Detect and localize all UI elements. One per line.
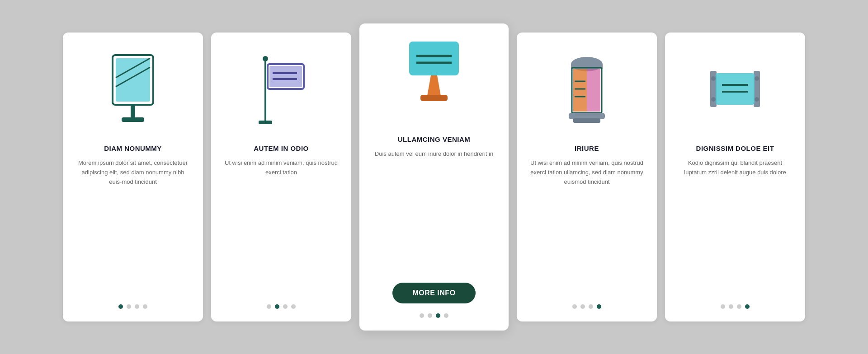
cards-container: DIAM NONUMMY Morem ipsum dolor sit amet,… [36, 23, 832, 331]
svg-rect-22 [587, 69, 600, 112]
dot [737, 304, 741, 309]
card-dignissim: DIGNISSIM DOLOE EIT Kodio dignissim qui … [665, 33, 805, 321]
card-5-icon-area [678, 46, 793, 136]
svg-point-35 [711, 97, 716, 102]
dot [127, 304, 131, 309]
dot [118, 304, 123, 309]
card-autem-in-odio: AUTEM IN ODIO Ut wisi enim ad minim veni… [211, 33, 351, 321]
card-5-desc: Kodio dignissim qui blandit praesent lup… [678, 158, 793, 294]
card-4-dots [572, 304, 601, 309]
svg-rect-13 [409, 42, 459, 75]
card-1-title: DIAM NONUMMY [104, 144, 162, 152]
svg-point-33 [711, 76, 716, 81]
dot [444, 313, 448, 318]
dot [291, 304, 296, 309]
svg-rect-30 [716, 73, 755, 105]
svg-point-34 [755, 76, 759, 81]
dot [589, 304, 593, 309]
dot [721, 304, 725, 309]
card-4-icon-area [529, 46, 644, 136]
dot [745, 304, 750, 309]
dot [436, 313, 440, 318]
dot [267, 304, 271, 309]
card-5-title: DIGNISSIM DOLOE EIT [696, 144, 774, 152]
card-ullamcing-veniam: ULLAMCING VENIAM Duis autem vel eum iriu… [359, 23, 509, 331]
flag-banner-icon [252, 51, 311, 132]
dot [572, 304, 577, 309]
svg-rect-17 [420, 95, 448, 101]
dot [283, 304, 288, 309]
svg-point-11 [263, 56, 268, 61]
card-3-desc: Duis autem vel eum iriure dolor in hendr… [375, 149, 493, 273]
svg-rect-4 [131, 105, 135, 118]
billboard-stand-icon [400, 37, 468, 127]
dot [275, 304, 279, 309]
card-1-dots [118, 304, 147, 309]
svg-rect-21 [573, 69, 587, 112]
svg-rect-1 [116, 58, 150, 102]
column-display-icon [557, 51, 616, 132]
card-3-dots [420, 313, 448, 318]
card-diam-nonummy: DIAM NONUMMY Morem ipsum dolor sit amet,… [63, 33, 203, 321]
svg-point-36 [755, 97, 759, 102]
card-1-desc: Morem ipsum dolor sit amet, consectetuer… [75, 158, 190, 294]
dot [135, 304, 139, 309]
card-3-icon-area [372, 37, 496, 127]
dot [729, 304, 733, 309]
dot [143, 304, 147, 309]
card-4-desc: Ut wisi enim ad minim veniam, quis nostr… [529, 158, 644, 294]
more-info-button[interactable]: MORE INFO [392, 283, 475, 303]
card-4-title: IRIURE [575, 144, 599, 152]
card-5-dots [721, 304, 750, 309]
dot [420, 313, 424, 318]
dot [597, 304, 601, 309]
dot [580, 304, 585, 309]
svg-rect-27 [573, 118, 600, 123]
billboard-reflection-icon [104, 51, 162, 132]
card-1-icon-area [75, 46, 190, 136]
wall-billboard-icon [706, 51, 764, 132]
card-iriure: IRIURE Ut wisi enim ad minim veniam, qui… [517, 33, 657, 321]
svg-rect-8 [269, 66, 302, 87]
svg-marker-16 [427, 75, 441, 96]
card-2-title: AUTEM IN ODIO [254, 144, 309, 152]
card-2-desc: Ut wisi enim ad minim veniam, quis nostr… [224, 158, 339, 294]
card-2-icon-area [224, 46, 339, 136]
dot [428, 313, 432, 318]
card-2-dots [267, 304, 296, 309]
svg-rect-5 [122, 117, 144, 122]
svg-rect-12 [259, 121, 272, 124]
svg-rect-26 [569, 113, 605, 119]
card-3-title: ULLAMCING VENIAM [398, 135, 471, 143]
